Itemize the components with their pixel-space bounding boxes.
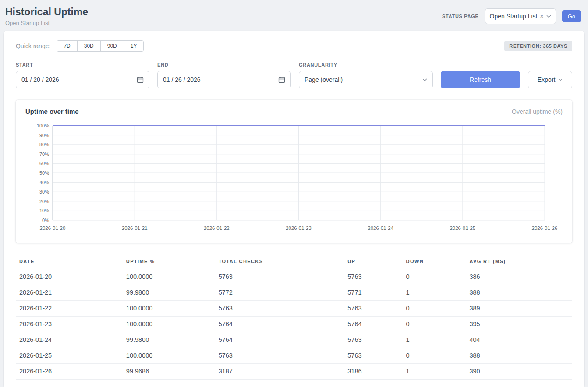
export-button-label: Export [538,76,555,83]
table-cell: 388 [466,348,572,364]
svg-text:70%: 70% [39,151,49,157]
granularity-field: GRANULARITY Page (overall) [299,62,433,88]
export-button[interactable]: Export [528,71,572,88]
page-subtitle: Open Startup List [5,20,88,27]
go-button[interactable]: Go [562,10,581,22]
granularity-select[interactable]: Page (overall) [299,71,433,88]
table-cell: 5763 [344,269,402,285]
table-cell: 2026-01-21 [16,285,123,301]
table-cell: 5764 [344,317,402,332]
table-cell: 5763 [215,301,344,317]
chart-card: Uptime over time Overall uptime (%) 0%10… [16,100,572,243]
status-page-value: Open Startup List [490,13,538,20]
table-cell: 388 [466,285,572,301]
quick-range-30d-button[interactable]: 30D [77,40,101,52]
svg-text:2026-01-24: 2026-01-24 [368,225,393,231]
page-title: Historical Uptime [5,6,88,18]
chevron-down-icon [546,15,551,18]
uptime-chart: 0%10%20%30%40%50%60%70%80%90%100%2026-01… [25,121,563,236]
topbar-right: STATUS PAGE Open Startup List × Go [442,8,581,24]
svg-text:2026-01-22: 2026-01-22 [204,225,230,231]
table-cell: 100.0000 [123,348,215,364]
table-cell: 2026-01-25 [16,348,123,364]
calendar-icon[interactable] [137,76,144,83]
quick-range-segmented-control: 7D 30D 90D 1Y [57,40,144,52]
title-block: Historical Uptime Open Startup List [5,6,88,26]
filter-form-row: START 01 / 20 / 2026 END 01 / 26 / 2026 [16,62,572,88]
column-header-total-checks: TOTAL CHECKS [215,254,344,269]
quick-range-row: Quick range: 7D 30D 90D 1Y RETENTION: 36… [16,40,572,52]
start-date-field: START 01 / 20 / 2026 [16,62,149,88]
start-date-label: START [16,62,149,67]
svg-text:40%: 40% [39,180,49,185]
table-cell: 0 [403,301,466,317]
topbar: Historical Uptime Open Startup List STAT… [4,4,584,31]
status-page-label: STATUS PAGE [442,14,478,19]
table-cell: 99.9800 [123,285,215,301]
quick-range-1y-button[interactable]: 1Y [124,40,144,52]
column-header-avg-rt: AVG RT (MS) [466,254,572,269]
chart-header: Uptime over time Overall uptime (%) [25,108,563,115]
table-cell: 1 [403,332,466,348]
table-cell: 404 [466,332,572,348]
table-row: 2026-01-25100.0000576357630388 [16,348,572,364]
table-cell: 5763 [215,348,344,364]
svg-text:30%: 30% [39,189,49,194]
start-date-input[interactable]: 01 / 20 / 2026 [16,71,149,88]
table-cell: 5772 [215,285,344,301]
column-header-date: DATE [16,254,123,269]
svg-text:2026-01-23: 2026-01-23 [286,225,312,231]
svg-text:2026-01-20: 2026-01-20 [40,225,66,231]
quick-range-7d-button[interactable]: 7D [57,40,77,52]
table-cell: 390 [466,364,572,380]
chevron-down-icon [558,78,563,81]
table-row: 2026-01-20100.0000576357630386 [16,269,572,285]
table-cell: 386 [466,269,572,285]
table-cell: 395 [466,317,572,332]
table-cell: 99.9686 [123,364,215,380]
end-date-input[interactable]: 01 / 26 / 2026 [157,71,291,88]
table-cell: 0 [403,348,466,364]
table-cell: 5763 [344,301,402,317]
table-cell: 0 [403,269,466,285]
svg-text:2026-01-25: 2026-01-25 [450,225,475,231]
table-row: 2026-01-2199.9800577257711388 [16,285,572,301]
quick-range-90d-button[interactable]: 90D [100,40,124,52]
table-cell: 99.9800 [123,332,215,348]
start-date-value: 01 / 20 / 2026 [21,76,59,83]
table-cell: 0 [403,317,466,332]
status-page-select[interactable]: Open Startup List × [485,8,556,24]
clear-icon[interactable]: × [540,13,543,20]
granularity-value: Page (overall) [305,76,343,83]
end-date-value: 01 / 26 / 2026 [163,76,201,83]
table-cell: 5763 [344,332,402,348]
table-cell: 389 [466,301,572,317]
quick-range-label: Quick range: [16,42,50,49]
column-header-up: UP [344,254,402,269]
svg-text:0%: 0% [42,218,49,223]
column-header-uptime: UPTIME % [123,254,215,269]
table-cell: 2026-01-20 [16,269,123,285]
table-header: DATE UPTIME % TOTAL CHECKS UP DOWN AVG R… [16,254,572,269]
table-row: 2026-01-23100.0000576457640395 [16,317,572,332]
table-cell: 100.0000 [123,317,215,332]
svg-text:10%: 10% [39,208,49,214]
chart-legend: Overall uptime (%) [512,108,563,115]
table-cell: 3187 [215,364,344,380]
svg-text:20%: 20% [39,199,49,204]
svg-text:100%: 100% [37,123,49,128]
refresh-button[interactable]: Refresh [441,71,520,88]
end-date-field: END 01 / 26 / 2026 [157,62,291,88]
table-cell: 2026-01-22 [16,301,123,317]
table-row: 2026-01-2499.9800576457631404 [16,332,572,348]
svg-text:90%: 90% [39,133,49,138]
chart-title: Uptime over time [25,108,79,115]
column-header-down: DOWN [403,254,466,269]
table-cell: 5763 [344,348,402,364]
table-cell: 1 [403,364,466,380]
table-cell: 5764 [215,317,344,332]
svg-text:2026-01-26: 2026-01-26 [532,225,558,231]
calendar-icon[interactable] [278,76,285,83]
table-cell: 5764 [215,332,344,348]
table-body: 2026-01-20100.00005763576303862026-01-21… [16,269,572,380]
